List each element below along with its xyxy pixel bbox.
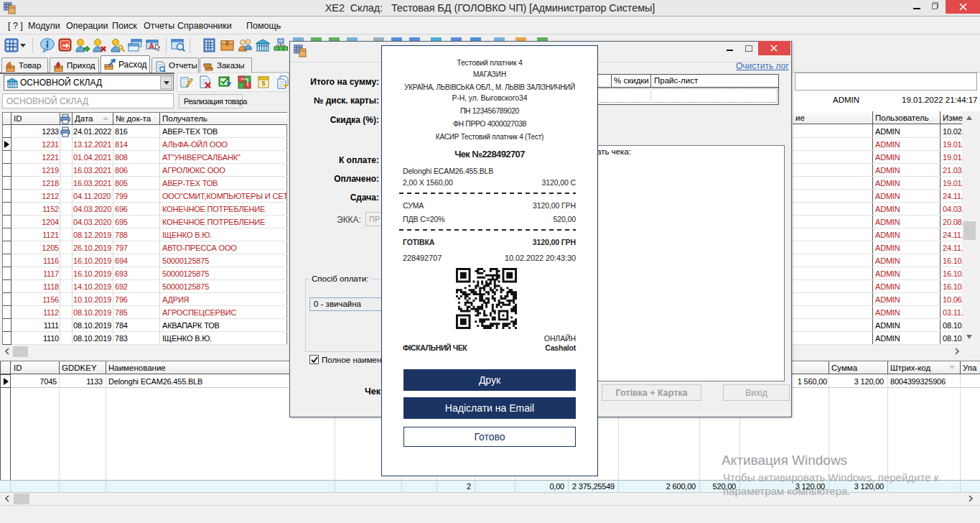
svg-text:A: A (149, 42, 154, 50)
